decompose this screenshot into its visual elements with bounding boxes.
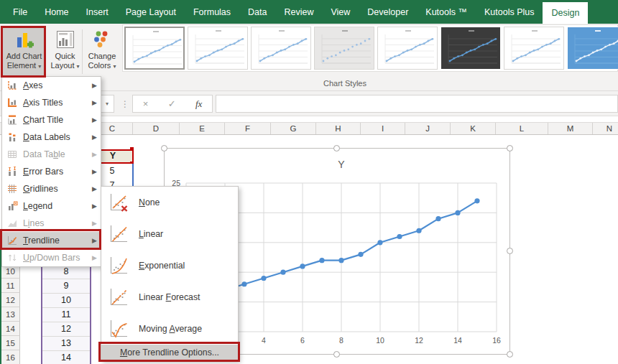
chart-style-thumb-8[interactable] bbox=[567, 27, 618, 70]
column-header-f[interactable]: F bbox=[225, 123, 271, 134]
submenu-item-trendline-none[interactable]: None bbox=[101, 187, 238, 218]
chart-style-thumb-1[interactable] bbox=[124, 27, 185, 70]
chart-style-thumb-7[interactable] bbox=[504, 27, 564, 70]
lines-icon bbox=[6, 218, 18, 229]
column-header-j[interactable]: J bbox=[405, 123, 451, 134]
cell-b16[interactable]: 14 bbox=[42, 350, 91, 364]
chevron-down-icon: ▾ bbox=[77, 63, 80, 70]
chart-style-thumb-6[interactable] bbox=[441, 27, 501, 70]
cancel-button[interactable]: × bbox=[143, 98, 149, 109]
column-header-g[interactable]: G bbox=[271, 123, 316, 134]
add-chart-element-menu: Axes▶Axis Titles▶Chart Title▶Data Labels… bbox=[1, 76, 101, 267]
excel-window: FileHomeInsertPage LayoutFormulasDataRev… bbox=[0, 0, 618, 364]
cell-b12[interactable]: 10 bbox=[42, 293, 91, 307]
quick-layout-icon bbox=[55, 29, 76, 52]
tab-design[interactable]: Design bbox=[543, 2, 588, 24]
add-chart-element-icon bbox=[14, 29, 35, 52]
column-header-e[interactable]: E bbox=[180, 123, 225, 134]
legend-icon bbox=[6, 200, 18, 212]
menu-item-label: Moving Average bbox=[139, 324, 238, 334]
chart-resize-handle[interactable] bbox=[333, 351, 340, 358]
tab-view[interactable]: View bbox=[322, 0, 359, 24]
button-label: Change bbox=[88, 52, 116, 61]
insert-function-button[interactable]: fx bbox=[195, 98, 202, 110]
menu-item-axis-titles[interactable]: Axis Titles▶ bbox=[2, 94, 101, 111]
trendline-linear-icon bbox=[108, 223, 129, 245]
menu-item-label: Trendline bbox=[23, 235, 92, 246]
row-header-16[interactable]: 16 bbox=[1, 350, 20, 364]
quick-layout-button[interactable]: Quick Layout ▾ bbox=[48, 27, 82, 78]
menu-item-error-bars[interactable]: Error Bars▶ bbox=[2, 163, 101, 180]
column-header-l[interactable]: L bbox=[496, 123, 548, 134]
add-chart-element-button[interactable]: Add Chart Element ▾ bbox=[2, 27, 46, 78]
column-header-i[interactable]: I bbox=[361, 123, 405, 134]
submenu-arrow-icon: ▶ bbox=[92, 116, 97, 123]
menu-item-gridlines[interactable]: Gridlines▶ bbox=[2, 180, 101, 197]
chart-style-thumb-2[interactable] bbox=[188, 27, 248, 70]
menu-item-legend[interactable]: Legend▶ bbox=[2, 197, 101, 215]
range-handle[interactable] bbox=[130, 147, 134, 151]
column-header-n[interactable]: N bbox=[593, 123, 618, 134]
tab-formulas[interactable]: Formulas bbox=[185, 0, 239, 24]
cell-b14[interactable]: 12 bbox=[42, 322, 91, 336]
column-header-m[interactable]: M bbox=[548, 123, 593, 134]
menu-item-label: Axes bbox=[23, 80, 92, 90]
chart-resize-handle[interactable] bbox=[507, 145, 513, 151]
axes-icon bbox=[6, 80, 18, 91]
chart-resize-handle[interactable] bbox=[333, 145, 340, 151]
tab-kutools-plus[interactable]: Kutools Plus bbox=[476, 0, 543, 24]
tab-insert[interactable]: Insert bbox=[78, 0, 117, 24]
menu-item-data-labels[interactable]: Data Labels▶ bbox=[2, 129, 101, 146]
tab-kutools[interactable]: Kutools ™ bbox=[417, 0, 476, 24]
menu-item-label: Data Table bbox=[23, 149, 92, 159]
submenu-item-trendline-exponential[interactable]: Exponential bbox=[101, 250, 238, 281]
formula-input[interactable] bbox=[216, 95, 618, 113]
chart-style-thumb-4[interactable] bbox=[314, 27, 374, 70]
row-header-12[interactable]: 12 bbox=[1, 293, 20, 307]
menu-item-trendline[interactable]: Trendline▶ bbox=[2, 232, 101, 249]
menu-item-updown-bars: Up/Down Bars▶ bbox=[2, 249, 101, 266]
submenu-arrow-icon: ▶ bbox=[92, 237, 97, 244]
name-box-dropdown[interactable]: ▾ bbox=[100, 95, 114, 113]
chart-style-thumb-5[interactable] bbox=[377, 27, 438, 70]
button-label: Colors bbox=[88, 61, 111, 70]
menu-item-axes[interactable]: Axes▶ bbox=[2, 77, 101, 94]
row-header-15[interactable]: 15 bbox=[1, 336, 20, 350]
submenu-item-trendline-linear[interactable]: Linear bbox=[101, 218, 238, 250]
change-colors-button[interactable]: Change Colors ▾ bbox=[83, 27, 121, 78]
svg-text:12: 12 bbox=[415, 336, 423, 345]
submenu-item-more-trendline-options[interactable]: More Trendline Options... bbox=[101, 345, 238, 360]
cell-b13[interactable]: 11 bbox=[42, 307, 91, 322]
tab-review[interactable]: Review bbox=[275, 0, 322, 24]
cell-b11[interactable]: 9 bbox=[42, 279, 91, 293]
tab-home[interactable]: Home bbox=[36, 0, 77, 24]
column-header-k[interactable]: K bbox=[451, 123, 496, 134]
svg-text:8: 8 bbox=[339, 336, 343, 345]
column-header-h[interactable]: H bbox=[316, 123, 361, 134]
chart-title-icon bbox=[6, 114, 18, 126]
submenu-item-trendline-moving-average[interactable]: Moving Average bbox=[101, 313, 238, 345]
menu-item-label: Error Bars bbox=[23, 167, 92, 177]
ribbon-group-label: Chart Styles bbox=[237, 79, 453, 88]
chart-style-thumb-3[interactable] bbox=[251, 27, 311, 70]
tab-file[interactable]: File bbox=[4, 0, 36, 24]
menu-item-chart-title[interactable]: Chart Title▶ bbox=[2, 111, 101, 129]
chart-resize-handle[interactable] bbox=[161, 145, 167, 151]
menu-item-label: Gridlines bbox=[23, 184, 92, 194]
tab-data[interactable]: Data bbox=[239, 0, 275, 24]
chart-resize-handle[interactable] bbox=[507, 248, 513, 254]
cell-b15[interactable]: 13 bbox=[42, 336, 91, 350]
chevron-down-icon: ▾ bbox=[38, 63, 41, 70]
tab-developer[interactable]: Developer bbox=[359, 0, 417, 24]
group-separator bbox=[82, 29, 83, 74]
submenu-item-trendline-linear-forecast[interactable]: Linear Forecast bbox=[101, 281, 238, 313]
submenu-arrow-icon: ▶ bbox=[92, 254, 97, 261]
row-header-13[interactable]: 13 bbox=[1, 307, 20, 322]
row-header-14[interactable]: 14 bbox=[1, 322, 20, 336]
menu-item-label: More Trendline Options... bbox=[120, 347, 219, 358]
enter-button[interactable]: ✓ bbox=[168, 98, 176, 109]
column-header-d[interactable]: D bbox=[133, 123, 180, 134]
chart-resize-handle[interactable] bbox=[507, 351, 513, 358]
row-header-11[interactable]: 11 bbox=[1, 279, 20, 293]
tab-page-layout[interactable]: Page Layout bbox=[117, 0, 185, 24]
